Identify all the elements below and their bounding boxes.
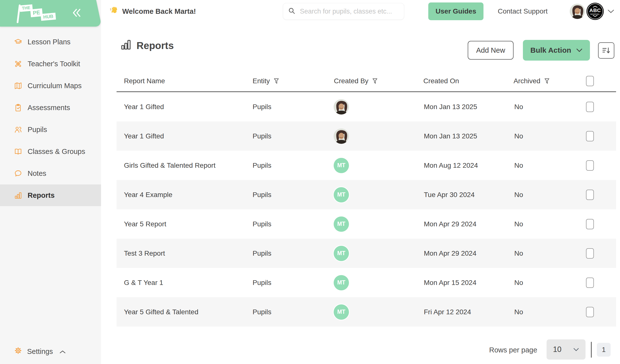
table-row[interactable]: Year 5 Report Pupils MT Mon Apr 29 2024 …	[117, 209, 616, 239]
sidebar-item-curriculum-maps[interactable]: Curriculum Maps	[0, 75, 101, 97]
sidebar-item-reports[interactable]: Reports	[0, 184, 101, 206]
open-book-icon	[14, 148, 22, 156]
school-badge-abc: ABC	[589, 8, 601, 13]
entity-cell: Pupils	[253, 151, 271, 180]
sidebar-item-label: Reports	[28, 191, 55, 199]
search-icon	[288, 7, 295, 16]
table-row[interactable]: G & T Year 1 Pupils MT Mon Apr 15 2024 N…	[117, 268, 616, 297]
school-badge[interactable]: ABC SCHOOL	[586, 3, 604, 20]
user-guides-button[interactable]: User Guides	[428, 2, 483, 20]
entity-cell: Pupils	[253, 92, 271, 121]
report-name-cell: Year 5 Gifted & Talented	[124, 297, 198, 327]
created-by-photo-avatar	[334, 129, 349, 144]
chevron-down-icon	[576, 48, 583, 52]
entity-cell: Pupils	[253, 239, 271, 268]
clipboard-check-icon	[14, 104, 22, 112]
column-header-created-by[interactable]: Created By	[334, 70, 378, 92]
user-avatar-photo	[570, 4, 585, 19]
rows-per-page-label: Rows per page	[489, 343, 537, 357]
row-checkbox[interactable]	[586, 102, 594, 112]
school-badge-school: SCHOOL	[590, 13, 600, 15]
row-checkbox[interactable]	[586, 219, 594, 229]
reports-title-icon	[121, 39, 131, 52]
double-chevron-left-icon	[71, 7, 82, 18]
created-by-initials-avatar: MT	[334, 246, 349, 261]
search-input[interactable]	[299, 7, 399, 16]
table-row[interactable]: Year 1 Gifted Pupils Mon Jan 13 2025 No	[117, 92, 616, 121]
map-icon	[14, 82, 22, 90]
row-checkbox[interactable]	[586, 248, 594, 259]
row-checkbox[interactable]	[586, 307, 594, 317]
table-header-row: Report NameEntityCreated ByCreated OnArc…	[117, 70, 616, 92]
page-1-button[interactable]: 1	[597, 343, 611, 357]
bar-chart-icon	[14, 191, 22, 199]
sidebar-item-lesson-plans[interactable]: Lesson Plans	[0, 31, 101, 53]
table-row[interactable]: Year 1 Gifted Pupils Mon Jan 13 2025 No	[117, 121, 616, 151]
row-checkbox[interactable]	[586, 160, 594, 171]
created-by-initials-avatar: MT	[334, 187, 349, 202]
crossed-tools-icon	[14, 60, 22, 68]
sidebar-item-label: Classes & Groups	[28, 148, 85, 156]
rows-per-page-value: 10	[553, 345, 561, 354]
created-by-initials-avatar: MT	[334, 304, 349, 320]
bulk-action-button[interactable]: Bulk Action	[523, 40, 590, 61]
row-checkbox[interactable]	[586, 278, 594, 288]
graduation-cap-icon	[14, 38, 22, 46]
sidebar-item-label: Notes	[28, 169, 46, 178]
row-checkbox[interactable]	[586, 131, 594, 141]
archived-cell: No	[514, 151, 523, 180]
report-name-cell: G & T Year 1	[124, 268, 163, 297]
created-by-cell: MT	[334, 239, 349, 268]
sidebar-item-notes[interactable]: Notes	[0, 163, 101, 184]
report-name-cell: Year 1 Gifted	[124, 121, 164, 151]
created-on-cell: Mon Apr 29 2024	[424, 209, 476, 239]
logo-word-hub: HUB	[41, 13, 56, 21]
app-root: Lesson Plans Teacher's Toolkit Curriculu…	[0, 0, 620, 364]
created-by-initials-avatar: MT	[334, 158, 349, 173]
table-row[interactable]: Year 4 Example Pupils MT Tue Apr 30 2024…	[117, 180, 616, 209]
column-header-entity[interactable]: Entity	[253, 70, 279, 92]
column-header-label: Archived	[514, 77, 540, 85]
created-by-cell: MT	[334, 151, 349, 180]
chevron-up-icon	[59, 347, 66, 356]
column-header-archived[interactable]: Archived	[514, 70, 550, 92]
report-name-cell: Year 1 Gifted	[124, 92, 164, 121]
sidebar-item-teacher-s-toolkit[interactable]: Teacher's Toolkit	[0, 53, 101, 75]
created-by-cell: MT	[334, 268, 349, 297]
archived-cell: No	[514, 180, 523, 209]
column-header-label: Report Name	[124, 77, 165, 85]
account-chevron-down-icon[interactable]	[607, 9, 615, 14]
sidebar-item-label: Teacher's Toolkit	[28, 60, 80, 68]
rows-per-page-select[interactable]: 10	[547, 339, 586, 360]
archived-cell: No	[514, 297, 523, 327]
archived-cell: No	[514, 268, 523, 297]
add-new-button[interactable]: Add New	[468, 41, 514, 60]
created-by-cell: MT	[334, 209, 349, 239]
column-header-label: Entity	[253, 77, 270, 85]
gear-icon	[14, 347, 22, 356]
row-checkbox[interactable]	[586, 190, 594, 200]
entity-cell: Pupils	[253, 268, 271, 297]
table-body: Year 1 Gifted Pupils Mon Jan 13 2025 No …	[117, 92, 616, 327]
created-by-cell	[334, 121, 349, 151]
sort-icon	[602, 47, 611, 54]
sidebar-item-assessments[interactable]: Assessments	[0, 97, 101, 118]
pagination-divider	[591, 342, 592, 358]
archived-cell: No	[514, 209, 523, 239]
created-on-cell: Mon Jan 13 2025	[424, 121, 477, 151]
created-by-cell: MT	[334, 180, 349, 209]
sidebar-item-classes-groups[interactable]: Classes & Groups	[0, 141, 101, 162]
entity-cell: Pupils	[253, 121, 271, 151]
sidebar-item-label: Assessments	[28, 104, 70, 112]
contact-support-link[interactable]: Contact Support	[498, 0, 548, 23]
table-row[interactable]: Girls Gifted & Talented Report Pupils MT…	[117, 151, 616, 180]
sidebar-item-pupils[interactable]: Pupils	[0, 119, 101, 140]
table-row[interactable]: Year 5 Gifted & Talented Pupils MT Fri A…	[117, 297, 616, 327]
sidebar-item-settings[interactable]: Settings	[0, 341, 101, 362]
select-all-checkbox[interactable]	[586, 76, 594, 86]
user-avatar[interactable]	[570, 4, 585, 19]
column-header-created-on: Created On	[423, 70, 459, 92]
sort-button[interactable]	[598, 42, 614, 59]
table-row[interactable]: Test 3 Report Pupils MT Mon Apr 29 2024 …	[117, 239, 616, 268]
sidebar-collapse-button[interactable]	[71, 7, 82, 18]
